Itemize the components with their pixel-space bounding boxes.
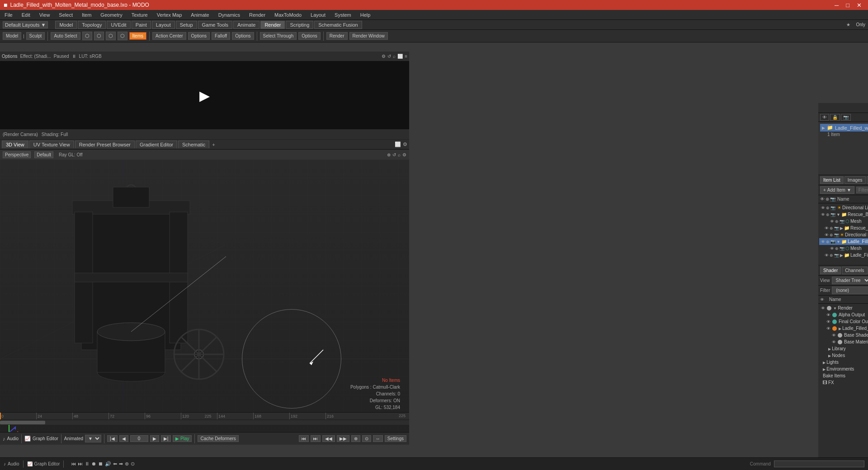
- sh-row-render[interactable]: 👁 Render: [819, 305, 868, 311]
- layout-tab-game-tools[interactable]: Game Tools: [198, 21, 233, 29]
- command-input[interactable]: [774, 461, 864, 467]
- filter-input[interactable]: [856, 187, 868, 193]
- options2-button[interactable]: Options: [232, 32, 254, 40]
- mesh-icon-1[interactable]: ⬡: [82, 32, 92, 40]
- group-item-ladle[interactable]: ▶ 📁 Ladle_Filled_with_Molten_Metal (3) :…: [820, 124, 868, 132]
- layout-tab-uvedit[interactable]: UVEdit: [107, 21, 130, 29]
- layout-tab-topology[interactable]: Topology: [78, 21, 106, 29]
- menu-item-item[interactable]: Item: [80, 11, 93, 19]
- settings-icon[interactable]: ⚙: [382, 54, 386, 59]
- scroll-thumb[interactable]: [0, 421, 45, 424]
- render-button[interactable]: Render: [326, 32, 348, 40]
- transport-icon-5[interactable]: ⊕: [351, 435, 360, 442]
- items-button[interactable]: Items: [129, 32, 146, 40]
- menu-item-maxtomodo[interactable]: MaxToModo: [273, 11, 303, 19]
- sb-icon-9[interactable]: ⊕: [125, 461, 129, 467]
- sh-row-ladle-mat[interactable]: 👁 Ladle_Filled_with_Molten_Metal (2) (1)…: [819, 325, 868, 332]
- sh-row-final-color[interactable]: 👁 Final Color Output Final Color ▼: [819, 318, 868, 325]
- perspective-dropdown[interactable]: Perspective: [3, 151, 31, 158]
- vp-settings-icon[interactable]: ⚙: [403, 141, 407, 147]
- menu-item-animate[interactable]: Animate: [189, 11, 211, 19]
- sculpt-button[interactable]: Sculpt: [26, 32, 45, 40]
- menu-item-system[interactable]: System: [333, 11, 353, 19]
- vp-expand-icon[interactable]: ⬜: [395, 141, 401, 147]
- groups-eye-icon[interactable]: 👁: [820, 114, 829, 121]
- tab-vertex-map[interactable]: Vertex Map List: [867, 176, 868, 184]
- sb-icon-4[interactable]: ⏺: [91, 461, 96, 467]
- sb-icon-6[interactable]: 🔊: [105, 461, 111, 467]
- menu-item-help[interactable]: Help: [359, 11, 373, 19]
- il-row-mesh-2[interactable]: 👁 ⊕ 📷 ⬡ Mesh: [819, 245, 868, 252]
- options3-button[interactable]: Options: [298, 32, 320, 40]
- sb-icon-10[interactable]: ⊙: [131, 461, 135, 467]
- sb-icon-5[interactable]: ⏹: [98, 461, 103, 467]
- layout-tab-paint[interactable]: Paint: [132, 21, 151, 29]
- select-through-button[interactable]: Select Through: [260, 32, 297, 40]
- sh-row-nodes[interactable]: Nodes: [819, 352, 868, 359]
- sh-row-base-mat[interactable]: 👁 Base Material (all) ▼: [819, 338, 868, 345]
- play-button[interactable]: ▶: [196, 86, 214, 104]
- shading-dropdown[interactable]: Default: [34, 151, 53, 158]
- sh-row-fx[interactable]: 🎞 FX: [819, 379, 868, 386]
- sh-row-base-shader[interactable]: 👁 Base Shader Full Shading ▼: [819, 332, 868, 338]
- mesh-icon-3[interactable]: ⬡: [106, 32, 116, 40]
- settings-button[interactable]: Settings: [385, 435, 406, 442]
- current-frame-input[interactable]: [130, 435, 148, 442]
- menu-item-edit[interactable]: Edit: [20, 11, 32, 19]
- layout-tab-animate[interactable]: Animate: [233, 21, 259, 29]
- il-row-rescue-boat[interactable]: 👁 ⊕ 📷 ▼ 📁 Rescue_Boat_Davit_Crane_modo_b…: [819, 211, 868, 218]
- sb-graph-editor[interactable]: 📈 Graph Editor: [27, 461, 60, 466]
- vp-icon-2[interactable]: ↺: [392, 152, 396, 157]
- render-window-button[interactable]: Render Window: [349, 32, 388, 40]
- sh-row-environments[interactable]: Environments: [819, 366, 868, 372]
- timeline-scrollbar[interactable]: [0, 420, 409, 425]
- skip-end-button[interactable]: ▶|: [161, 435, 171, 442]
- layout-dropdown[interactable]: Default Layouts ▼: [3, 21, 48, 28]
- sb-icon-7[interactable]: ⬅: [113, 461, 117, 467]
- sb-icon-2[interactable]: ⏭: [78, 461, 83, 467]
- mesh-icon-4[interactable]: ⬡: [118, 32, 127, 40]
- il-row-ladle[interactable]: 👁 ⊕ 📷 ▼ 📁 Ladle_Filled_with_Molten_Metal…: [819, 238, 868, 245]
- menu-item-texture[interactable]: Texture: [130, 11, 150, 19]
- add-item-button[interactable]: + Add Item ▼: [820, 186, 854, 194]
- menu-item-vertex-map[interactable]: Vertex Map: [155, 11, 184, 19]
- skip-start-button[interactable]: |◀: [107, 435, 118, 442]
- layout-tab-schematic-fusion[interactable]: Schematic Fusion: [314, 21, 362, 29]
- play-button[interactable]: ▶ Play: [173, 435, 192, 442]
- tab-item-list[interactable]: Item List: [820, 176, 844, 184]
- action-center-button[interactable]: Action Center: [152, 32, 186, 40]
- menu-item-view[interactable]: View: [38, 11, 52, 19]
- il-row-rescue-sub[interactable]: 👁 ⊕ 📷 ▶ 📁 Rescue_Boat_Davit_Crane (2): [819, 225, 868, 231]
- animated-dropdown[interactable]: ▼: [85, 435, 101, 442]
- layout-tab-model[interactable]: Model: [55, 21, 77, 29]
- tab-uv-texture[interactable]: UV Texture View: [29, 141, 74, 148]
- prev-frame-button[interactable]: ◀: [119, 435, 128, 442]
- model-button[interactable]: Model: [3, 32, 21, 40]
- il-row-directional-light-1[interactable]: 👁 ⊕ 📷 ☀ Directional Light: [819, 204, 868, 211]
- menu-item-select[interactable]: Select: [57, 11, 75, 19]
- add-tab-button[interactable]: +: [210, 141, 217, 148]
- menu-item-render[interactable]: Render: [247, 11, 267, 19]
- transport-icon-6[interactable]: ⊙: [362, 435, 371, 442]
- il-row-dir-light-2[interactable]: 👁 ⊕ 📷 ☀ Directional Light: [819, 231, 868, 238]
- sh-row-lights[interactable]: Lights: [819, 359, 868, 366]
- transport-icon-3[interactable]: ◀◀: [322, 435, 335, 442]
- tab-images[interactable]: Images: [844, 176, 866, 184]
- sb-icon-3[interactable]: ⏸: [85, 461, 90, 467]
- groups-lock-icon[interactable]: 🔒: [830, 114, 840, 121]
- minimize-button[interactable]: ─: [832, 2, 841, 9]
- layout-tab-setup[interactable]: Setup: [176, 21, 197, 29]
- vp-icon-3[interactable]: ⌕: [398, 152, 401, 157]
- transport-icon-2[interactable]: ⏭: [311, 435, 321, 442]
- menu-item-layout[interactable]: Layout: [309, 11, 327, 19]
- expand-icon[interactable]: ⬜: [397, 54, 403, 59]
- transport-icon-1[interactable]: ⏮: [299, 435, 309, 442]
- transport-icon-4[interactable]: ▶▶: [337, 435, 349, 442]
- tab-schematic[interactable]: Schematic: [178, 141, 209, 148]
- vp-icon-1[interactable]: ⊕: [387, 152, 391, 157]
- sh-row-alpha[interactable]: 👁 Alpha Output Alpha ▼: [819, 311, 868, 318]
- sh-row-library[interactable]: Library: [819, 345, 868, 352]
- shader-view-dropdown[interactable]: Shader Tree: [832, 277, 868, 284]
- options-button[interactable]: Options: [188, 32, 210, 40]
- layout-tab-render[interactable]: Render: [260, 21, 285, 29]
